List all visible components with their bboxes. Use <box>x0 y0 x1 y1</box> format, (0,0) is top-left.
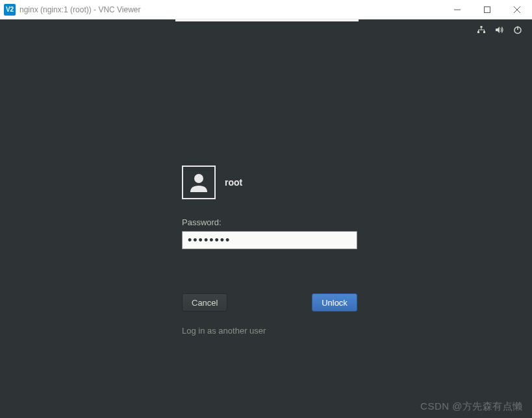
watermark: CSDN @方先森有点懒 <box>420 400 523 413</box>
svg-point-14 <box>194 174 203 183</box>
login-panel: root Password: Cancel Unlock Log in as a… <box>182 166 357 336</box>
window-controls <box>442 0 532 19</box>
minimize-button[interactable] <box>442 0 472 19</box>
password-label: Password: <box>182 217 357 227</box>
svg-rect-1 <box>485 6 490 12</box>
svg-rect-6 <box>483 31 485 33</box>
svg-marker-11 <box>496 27 500 33</box>
vnc-app-icon: V2 <box>4 4 16 16</box>
window-title: nginx (nginx:1 (root)) - VNC Viewer <box>19 5 442 14</box>
top-strip <box>175 19 359 21</box>
user-avatar <box>182 166 216 199</box>
network-icon[interactable] <box>476 25 487 35</box>
system-tray <box>476 25 523 35</box>
svg-rect-4 <box>481 26 483 28</box>
maximize-button[interactable] <box>472 0 502 19</box>
user-row: root <box>182 166 357 199</box>
close-button[interactable] <box>502 0 532 19</box>
power-icon[interactable] <box>513 25 523 35</box>
username-label: root <box>225 177 242 188</box>
window-titlebar: V2 nginx (nginx:1 (root)) - VNC Viewer <box>0 0 532 19</box>
remote-desktop-viewport: root Password: Cancel Unlock Log in as a… <box>0 19 532 418</box>
password-input[interactable] <box>182 231 357 249</box>
svg-rect-5 <box>477 31 479 33</box>
cancel-button[interactable]: Cancel <box>182 293 227 312</box>
button-row: Cancel Unlock <box>182 293 357 312</box>
unlock-button[interactable]: Unlock <box>312 293 357 312</box>
volume-icon[interactable] <box>494 25 505 35</box>
another-user-link[interactable]: Log in as another user <box>182 326 357 336</box>
